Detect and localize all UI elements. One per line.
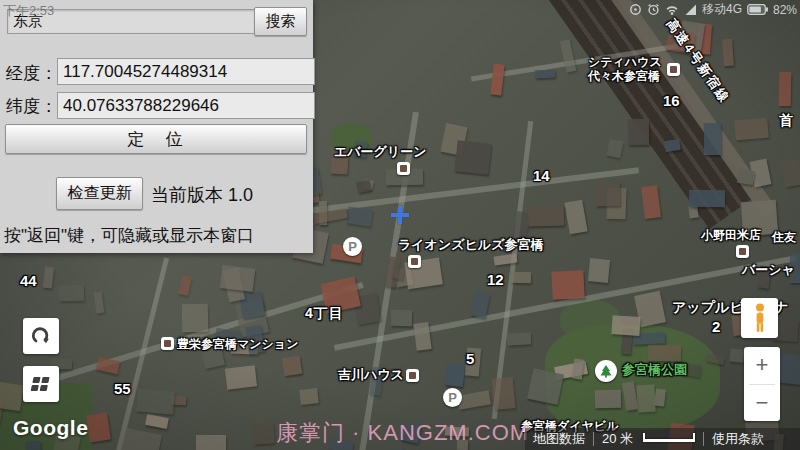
zoom-in-button[interactable]: + xyxy=(744,347,780,384)
rotate-reset-button[interactable] xyxy=(23,318,59,354)
status-bar-right: 移动4G 82% xyxy=(629,0,797,19)
map-label: 55 xyxy=(114,380,131,398)
building-poi-icon xyxy=(736,245,749,258)
signal-icon xyxy=(684,3,697,16)
parking-icon: P xyxy=(343,237,362,256)
map-label: 5 xyxy=(466,350,474,368)
version-text: 当前版本 1.0 xyxy=(151,183,253,207)
latitude-input[interactable] xyxy=(57,92,315,119)
park-tree-badge xyxy=(595,360,617,382)
wifi-icon xyxy=(665,4,679,15)
map-label: 小野田米店 xyxy=(701,228,761,242)
locate-button[interactable]: 定 位 xyxy=(5,124,307,154)
building-poi-icon xyxy=(161,337,174,350)
map-label: シティハウス 代々木参宮橋 xyxy=(588,55,662,84)
check-update-button[interactable]: 检查更新 xyxy=(56,177,143,210)
terms-link[interactable]: 使用条款 xyxy=(704,430,772,448)
watermark-text: 康掌门 · KANGZM.COM xyxy=(276,418,529,448)
status-time: 下午2:53 xyxy=(3,2,54,20)
longitude-label: 经度： xyxy=(6,62,57,85)
battery-icon xyxy=(747,4,768,15)
zoom-out-button[interactable]: − xyxy=(744,385,780,422)
map-label: バーシャ xyxy=(742,262,795,278)
map-label: アップルビ xyxy=(672,299,744,316)
building-poi-icon xyxy=(408,255,421,268)
map-label: 吉川ハウス xyxy=(338,367,404,383)
building-poi-icon xyxy=(406,369,419,382)
hint-text: 按"返回"键，可隐藏或显示本窗口 xyxy=(4,224,254,247)
location-crosshair-icon xyxy=(391,206,409,224)
map-label: 2 xyxy=(712,318,720,336)
gps-spoofer-panel: 搜索 经度： 纬度： 定 位 检查更新 当前版本 1.0 按"返回"键，可隐藏或… xyxy=(0,0,313,253)
scale-text: 20 米 xyxy=(594,430,641,448)
attribution-bar: 地图数据 20 米 使用条款 xyxy=(525,428,800,450)
building-poi-icon xyxy=(667,63,680,76)
map-label: 12 xyxy=(487,271,504,289)
map-label: 44 xyxy=(20,272,37,290)
map-label: ライオンズヒルズ参宮橋 xyxy=(398,237,543,253)
park-label: 参宮橋公園 xyxy=(622,362,687,378)
pegman-icon xyxy=(752,303,768,333)
rotate-arrow-icon xyxy=(30,325,52,347)
alarm-icon xyxy=(647,3,660,16)
battery-percent: 82% xyxy=(773,3,797,17)
map-label: 豊栄参宮橋マンション xyxy=(177,337,298,351)
parking-icon: P xyxy=(443,388,462,407)
pegman-button[interactable] xyxy=(741,298,778,338)
layers-button[interactable] xyxy=(23,366,59,402)
data-saver-icon xyxy=(629,3,642,16)
map-data-label: 地图数据 xyxy=(525,430,593,448)
scale-bar xyxy=(643,433,695,442)
map-label: 首 xyxy=(779,112,793,129)
map-label: 16 xyxy=(663,92,680,110)
carrier-text: 移动4G xyxy=(702,1,742,18)
layers-icon xyxy=(30,377,51,392)
map-label: 14 xyxy=(533,167,550,185)
longitude-input[interactable] xyxy=(57,58,315,85)
map-label: 4丁目 xyxy=(305,305,344,322)
search-button[interactable]: 搜索 xyxy=(254,7,307,36)
map-label: 住友 xyxy=(772,230,796,244)
google-logo[interactable]: Google xyxy=(13,416,88,440)
zoom-control: + − xyxy=(744,347,780,421)
park-tree-icon xyxy=(599,364,613,378)
latitude-label: 纬度： xyxy=(6,95,57,118)
building-poi-icon xyxy=(397,162,410,175)
map-label: エバーグリーン xyxy=(334,144,427,160)
